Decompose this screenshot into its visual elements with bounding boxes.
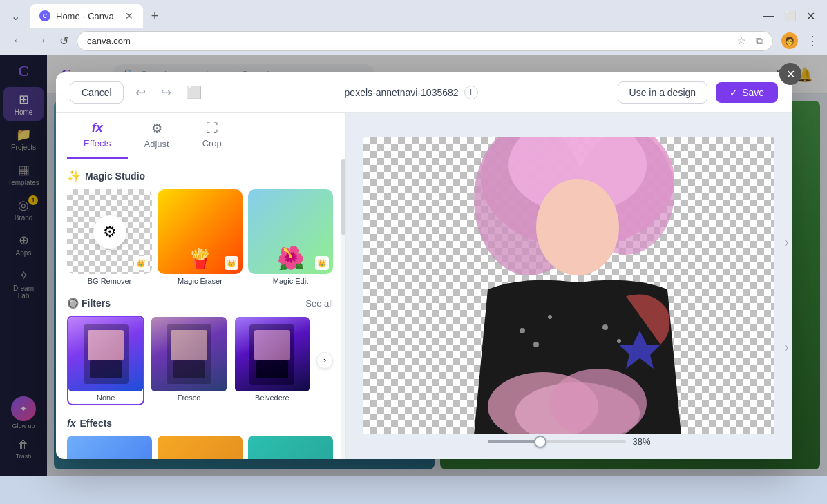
filter-belvedere-label: Belvedere	[235, 391, 310, 404]
svg-point-5	[520, 328, 525, 333]
tab-close-icon[interactable]: ✕	[125, 10, 133, 21]
panel-scrollbar[interactable]	[341, 159, 345, 459]
crop-tab-icon: ⛶	[206, 121, 218, 135]
effects-grid	[67, 436, 333, 459]
zoom-slider-container: 38%	[487, 436, 650, 447]
editor-body: fx Effects ⚙ Adjust ⛶ Crop	[56, 113, 792, 459]
effects-section: fx Effects	[67, 418, 333, 459]
bg-remover-item[interactable]: ⚙ 👑 BG Remover	[67, 189, 152, 285]
zoom-percent-label: 38%	[632, 436, 650, 447]
magic-studio-section: ✨ Magic Studio ⚙	[67, 169, 333, 285]
back-btn[interactable]: ←	[8, 32, 28, 50]
redo-btn[interactable]: ↪	[158, 81, 175, 104]
zoom-fill	[487, 440, 540, 443]
save-check-icon: ✓	[730, 87, 738, 98]
effect-item-3[interactable]	[248, 436, 333, 459]
preview-btn[interactable]: ⬜	[183, 81, 205, 104]
zoom-track[interactable]	[487, 440, 625, 443]
extensions-icon[interactable]: ⧉	[756, 35, 763, 47]
editor-left-panel: fx Effects ⚙ Adjust ⛶ Crop	[56, 113, 346, 459]
filters-section-icon: 🔘	[67, 298, 79, 309]
forward-btn[interactable]: →	[32, 32, 51, 50]
tab-title: Home - Canva	[56, 11, 114, 21]
svg-point-9	[617, 339, 621, 343]
editor-tabs: fx Effects ⚙ Adjust ⛶ Crop	[56, 113, 345, 159]
filters-header: 🔘 Filters See all	[67, 298, 333, 309]
save-label: Save	[742, 87, 764, 98]
scrollbar-thumb[interactable]	[341, 159, 345, 235]
save-btn[interactable]: ✓ Save	[716, 82, 778, 103]
magic-edit-label: Magic Edit	[248, 277, 333, 285]
bg-remover-label: BG Remover	[67, 277, 152, 285]
cancel-btn[interactable]: Cancel	[70, 81, 124, 104]
profile-avatar[interactable]: 🧑	[781, 32, 798, 49]
filter-fresco[interactable]: Fresco	[150, 316, 227, 405]
filters-section: 🔘 Filters See all	[67, 298, 333, 405]
modal-close-btn[interactable]: ✕	[779, 63, 801, 85]
magic-eraser-crown: 👑	[225, 256, 238, 270]
browser-menu-icon[interactable]: ⋮	[806, 33, 819, 48]
tab-favicon: C	[39, 10, 50, 21]
tab-crop[interactable]: ⛶ Crop	[186, 113, 238, 159]
minimize-btn[interactable]: —	[759, 6, 779, 26]
browser-titlebar: ⌄ C Home - Canva ✕ + — ⬜ ✕	[0, 0, 827, 28]
effects-section-title: Effects	[79, 418, 112, 429]
right-chevron-bottom[interactable]: ›	[784, 339, 789, 355]
effects-tab-label: Effects	[84, 138, 111, 148]
effect-item-1[interactable]	[67, 436, 152, 459]
zoom-thumb[interactable]	[533, 436, 546, 448]
recent-tabs-btn[interactable]: ⌄	[7, 7, 24, 26]
filename-info-btn[interactable]: i	[464, 86, 478, 99]
effects-section-header: fx Effects	[67, 418, 333, 429]
filter-next-btn[interactable]: ›	[316, 352, 333, 369]
canvas-image-svg	[363, 137, 774, 434]
filename-text: pexels-annetnavi-1035682	[345, 87, 459, 98]
magic-eraser-label: Magic Eraser	[158, 277, 243, 285]
magic-edit-crown: 👑	[315, 256, 329, 270]
modal-overlay: ✕ Cancel ↩ ↪ ⬜ pexels-annetnavi-1035682 …	[0, 55, 827, 476]
editor-modal: ✕ Cancel ↩ ↪ ⬜ pexels-annetnavi-1035682 …	[56, 72, 792, 459]
use-in-design-btn[interactable]: Use in a design	[618, 81, 708, 104]
effects-tab-icon: fx	[92, 121, 103, 135]
svg-point-8	[602, 324, 608, 330]
filters-title: Filters	[82, 298, 305, 309]
reload-btn[interactable]: ↺	[55, 32, 73, 50]
adjust-tab-icon: ⚙	[151, 121, 162, 136]
filter-fresco-label: Fresco	[151, 391, 226, 404]
effects-section-icon: fx	[67, 418, 75, 429]
magic-studio-title: Magic Studio	[85, 171, 145, 182]
undo-btn[interactable]: ↩	[132, 81, 149, 104]
magic-edit-item[interactable]: 🌺 👑 Magic Edit	[248, 189, 333, 285]
bookmark-icon[interactable]: ☆	[737, 35, 746, 46]
new-tab-btn[interactable]: +	[149, 6, 162, 26]
magic-studio-icon: ✨	[67, 169, 81, 182]
magic-eraser-item[interactable]: 🍟 👑 Magic Eraser	[158, 189, 243, 285]
tab-adjust[interactable]: ⚙ Adjust	[128, 113, 186, 159]
svg-point-7	[548, 315, 552, 319]
browser-tab[interactable]: C Home - Canva ✕	[30, 4, 143, 28]
svg-point-4	[536, 179, 619, 275]
svg-point-6	[533, 342, 539, 347]
filter-none[interactable]: None	[67, 316, 144, 405]
address-bar[interactable]: canva.com ☆ ⧉	[77, 31, 773, 51]
bg-remover-crown: 👑	[134, 256, 148, 270]
editor-header: Cancel ↩ ↪ ⬜ pexels-annetnavi-1035682 i …	[56, 72, 792, 113]
crop-tab-label: Crop	[202, 138, 222, 148]
magic-studio-header: ✨ Magic Studio	[67, 169, 333, 182]
right-chevron-top[interactable]: ›	[784, 234, 789, 250]
filter-none-label: None	[68, 391, 143, 404]
panel-scroll-content: ✨ Magic Studio ⚙	[56, 159, 341, 459]
maximize-btn[interactable]: ⬜	[780, 6, 799, 26]
tab-effects[interactable]: fx Effects	[67, 113, 128, 159]
browser-controls: ← → ↺ canva.com ☆ ⧉ 🧑 ⋮	[0, 28, 827, 55]
browser-window-controls: — ⬜ ✕	[759, 6, 820, 26]
filter-belvedere[interactable]: Belvedere	[234, 316, 311, 405]
app-container: C ⊞ Home 📁 Projects ▦ Templates ◎ Brand …	[0, 55, 827, 476]
close-window-btn[interactable]: ✕	[801, 6, 820, 26]
filter-grid: None	[67, 316, 311, 405]
magic-studio-grid: ⚙ 👑 BG Remover	[67, 189, 333, 285]
effect-item-2[interactable]	[158, 436, 243, 459]
editor-right-panel: › › 38%	[346, 113, 792, 459]
see-all-btn[interactable]: See all	[305, 298, 333, 309]
address-text: canva.com	[87, 36, 131, 46]
